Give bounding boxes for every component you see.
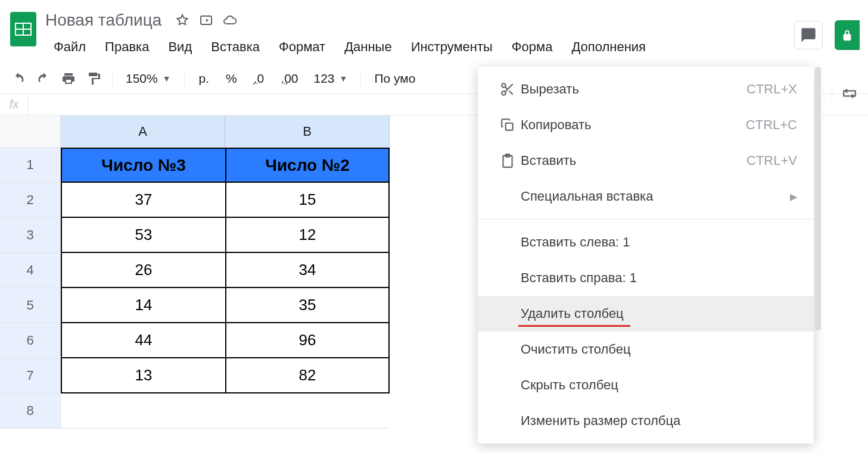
ctx-paste-special[interactable]: Специальная вставка ▶ <box>478 179 814 214</box>
clipboard-icon <box>494 153 521 168</box>
menu-edit[interactable]: Правка <box>95 37 158 57</box>
move-icon[interactable] <box>198 13 214 28</box>
share-lock-button[interactable] <box>835 20 860 50</box>
comments-button[interactable] <box>794 21 823 49</box>
row-header[interactable]: 1 <box>0 148 61 183</box>
cell-b3[interactable]: 12 <box>225 218 390 253</box>
row-header[interactable]: 6 <box>0 323 61 358</box>
ctx-paste[interactable]: Вставить CTRL+V <box>478 143 814 179</box>
column-header-a[interactable]: A <box>61 115 225 148</box>
ctx-insert-right[interactable]: Вставить справа: 1 <box>478 260 814 296</box>
expand-toolbar-button[interactable] <box>839 83 860 104</box>
font-selector[interactable]: По умо <box>369 71 420 86</box>
red-underline <box>518 325 630 327</box>
menu-file[interactable]: Файл <box>44 37 95 57</box>
ctx-hide-column[interactable]: Скрыть столбец <box>478 367 814 403</box>
chevron-down-icon: ▼ <box>340 74 348 83</box>
fx-label: fx <box>0 94 29 115</box>
cell-a8[interactable] <box>61 393 225 429</box>
document-title[interactable]: Новая таблица <box>41 8 166 32</box>
print-button[interactable] <box>58 68 79 89</box>
cell-a5[interactable]: 14 <box>61 288 225 323</box>
cell-b8[interactable] <box>225 393 390 429</box>
ctx-delete-column[interactable]: Удалить столбец <box>478 296 814 332</box>
ctx-insert-left[interactable]: Вставить слева: 1 <box>478 224 814 260</box>
cell-b2[interactable]: 15 <box>225 183 390 218</box>
increase-decimal-button[interactable]: .00 → <box>275 71 304 86</box>
context-menu: Вырезать CTRL+X Копировать CTRL+C Встави… <box>478 67 814 443</box>
cell-b4[interactable]: 34 <box>225 253 390 288</box>
cell-a3[interactable]: 53 <box>61 218 225 253</box>
arrow-left-icon: ← <box>251 79 260 88</box>
ctx-shortcut: CTRL+C <box>746 117 797 133</box>
cell-b6[interactable]: 96 <box>225 323 390 358</box>
cell-a1[interactable]: Число №3 <box>61 148 225 183</box>
zoom-selector[interactable]: 150% ▼ <box>121 71 176 86</box>
svg-point-2 <box>502 83 506 88</box>
svg-point-3 <box>502 91 506 95</box>
zoom-value: 150% <box>126 71 158 86</box>
row-header[interactable]: 8 <box>0 393 61 429</box>
cell-b5[interactable]: 35 <box>225 288 390 323</box>
sheets-logo[interactable] <box>6 8 41 50</box>
menu-format[interactable]: Формат <box>269 37 335 57</box>
cell-a7[interactable]: 13 <box>61 358 225 393</box>
ctx-resize-column[interactable]: Изменить размер столбца <box>478 403 814 439</box>
cell-b7[interactable]: 82 <box>225 358 390 393</box>
percent-button[interactable]: % <box>220 71 243 86</box>
row-header[interactable]: 7 <box>0 358 61 393</box>
row-header[interactable]: 2 <box>0 183 61 218</box>
cell-b1[interactable]: Число №2 <box>225 148 390 183</box>
undo-button[interactable] <box>8 68 29 89</box>
menu-tools[interactable]: Инструменты <box>402 37 502 57</box>
ctx-scrollbar[interactable] <box>814 67 822 443</box>
menu-form[interactable]: Форма <box>502 37 562 57</box>
copy-icon <box>494 117 521 133</box>
star-icon[interactable] <box>175 13 190 28</box>
cell-a4[interactable]: 26 <box>61 253 225 288</box>
arrow-right-icon: → <box>281 79 289 88</box>
scissors-icon <box>494 82 521 97</box>
ctx-separator <box>478 219 814 220</box>
decrease-decimal-button[interactable]: .0 ← <box>248 71 270 86</box>
number-format-selector[interactable]: 123 ▼ <box>309 71 353 86</box>
ctx-shortcut: CTRL+V <box>746 153 797 168</box>
chevron-right-icon: ▶ <box>790 191 797 202</box>
ctx-shortcut: CTRL+X <box>746 82 797 97</box>
menu-insert[interactable]: Вставка <box>201 37 269 57</box>
redo-button[interactable] <box>33 68 54 89</box>
ctx-clear-column[interactable]: Очистить столбец <box>478 332 814 367</box>
cell-a2[interactable]: 37 <box>61 183 225 218</box>
chevron-down-icon: ▼ <box>163 74 171 83</box>
ctx-copy[interactable]: Копировать CTRL+C <box>478 107 814 143</box>
menu-addons[interactable]: Дополнения <box>562 37 655 57</box>
row-header[interactable]: 4 <box>0 253 61 288</box>
row-header[interactable]: 5 <box>0 288 61 323</box>
cloud-icon[interactable] <box>222 13 238 28</box>
select-all-corner[interactable] <box>0 115 61 148</box>
menu-view[interactable]: Вид <box>158 37 201 57</box>
menu-bar: Файл Правка Вид Вставка Формат Данные Ин… <box>41 32 655 63</box>
paint-format-button[interactable] <box>83 68 104 89</box>
menu-data[interactable]: Данные <box>335 37 401 57</box>
svg-rect-4 <box>506 123 513 130</box>
column-header-b[interactable]: B <box>225 115 390 148</box>
cell-a6[interactable]: 44 <box>61 323 225 358</box>
ctx-cut[interactable]: Вырезать CTRL+X <box>478 71 814 107</box>
row-header[interactable]: 3 <box>0 218 61 253</box>
scrollbar-thumb[interactable] <box>815 67 821 330</box>
currency-button[interactable]: р. <box>193 71 216 86</box>
